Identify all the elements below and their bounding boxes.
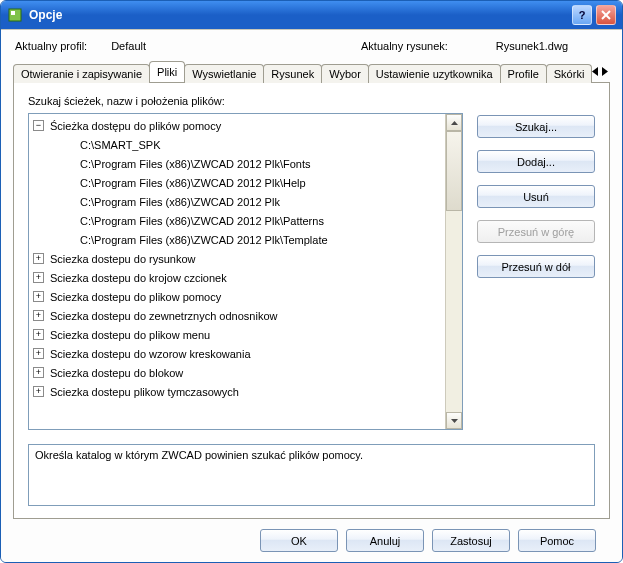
tree-node[interactable]: +Sciezka dostepu do zewnetrznych odnosni… [33,306,445,325]
titlebar-help-button[interactable]: ? [572,5,592,25]
tree-leaf[interactable]: C:\Program Files (x86)\ZWCAD 2012 Plk\Fo… [33,154,445,173]
expand-icon[interactable]: + [33,348,44,359]
scroll-up-button[interactable] [446,114,462,131]
dialog-footer: OK Anuluj Zastosuj Pomoc [13,519,610,552]
scroll-track[interactable] [446,131,462,412]
tree-node[interactable]: +Sciezka dostepu do plikow pomocy [33,287,445,306]
tab-selection[interactable]: Wybor [321,64,369,83]
tab-user-prefs[interactable]: Ustawienie uzytkownika [368,64,501,83]
tab-scroll-right[interactable] [601,65,610,78]
add-button[interactable]: Dodaj... [477,150,595,173]
svg-marker-4 [592,67,598,76]
tab-drawing[interactable]: Rysunek [263,64,322,83]
tree-node-label: Ścieżka dostępu do plików pomocy [50,120,221,132]
dialog-body: Aktualny profil: Default Aktualny rysune… [1,29,622,562]
svg-marker-5 [602,67,608,76]
tab-files[interactable]: Pliki [149,61,185,82]
svg-marker-7 [451,419,458,423]
remove-button[interactable]: Usuń [477,185,595,208]
current-drawing-value: Rysunek1.dwg [496,40,568,52]
expand-icon[interactable]: + [33,253,44,264]
collapse-icon[interactable]: − [33,120,44,131]
tree-node[interactable]: +Sciezka dostepu plikow tymczasowych [33,382,445,401]
tab-scroll-left[interactable] [591,65,600,78]
scroll-thumb[interactable] [446,131,462,211]
path-tree[interactable]: − Ścieżka dostępu do plików pomocy C:\SM… [28,113,463,430]
expand-icon[interactable]: + [33,367,44,378]
options-dialog: Opcje ? Aktualny profil: Default Aktualn… [0,0,623,563]
tree-node[interactable]: − Ścieżka dostępu do plików pomocy [33,116,445,135]
tab-profiles[interactable]: Profile [500,64,547,83]
tree-scrollbar[interactable] [445,114,462,429]
expand-icon[interactable]: + [33,329,44,340]
svg-marker-6 [451,121,458,125]
current-profile-label: Aktualny profil: [15,40,87,52]
expand-icon[interactable]: + [33,272,44,283]
tab-open-save[interactable]: Otwieranie i zapisywanie [13,64,150,83]
expand-icon[interactable]: + [33,291,44,302]
description-box: Określa katalog w którym ZWCAD powinien … [28,444,595,506]
titlebar-close-button[interactable] [596,5,616,25]
tree-leaf[interactable]: C:\Program Files (x86)\ZWCAD 2012 Plk\Te… [33,230,445,249]
tree-node[interactable]: +Sciezka dostepu do wzorow kreskowania [33,344,445,363]
svg-rect-1 [11,11,15,15]
expand-icon[interactable]: + [33,310,44,321]
tab-display[interactable]: Wyswietlanie [184,64,264,83]
profile-row: Aktualny profil: Default Aktualny rysune… [13,36,610,60]
tabstrip: Otwieranie i zapisywanie Pliki Wyswietla… [13,60,610,82]
page-heading: Szukaj ścieżek, nazw i położenia plików: [28,95,595,107]
current-drawing-label: Aktualny rysunek: [361,40,448,52]
window-title: Opcje [29,8,568,22]
tree-leaf[interactable]: C:\Program Files (x86)\ZWCAD 2012 Plk [33,192,445,211]
description-text: Określa katalog w którym ZWCAD powinien … [35,449,363,461]
current-profile-value: Default [111,40,146,52]
tree-leaf[interactable]: C:\Program Files (x86)\ZWCAD 2012 Plk\Pa… [33,211,445,230]
move-up-button: Przesuń w górę [477,220,595,243]
search-button[interactable]: Szukaj... [477,115,595,138]
tree-leaf[interactable]: C:\SMART_SPK [33,135,445,154]
move-down-button[interactable]: Przesuń w dół [477,255,595,278]
scroll-down-button[interactable] [446,412,462,429]
tree-node[interactable]: +Sciezka dostepu do krojow czcionek [33,268,445,287]
ok-button[interactable]: OK [260,529,338,552]
tree-leaf[interactable]: C:\Program Files (x86)\ZWCAD 2012 Plk\He… [33,173,445,192]
app-icon [7,7,23,23]
tab-page-files: Szukaj ścieżek, nazw i położenia plików:… [13,82,610,519]
help-button[interactable]: Pomoc [518,529,596,552]
cancel-button[interactable]: Anuluj [346,529,424,552]
tree-node[interactable]: +Sciezka dostepu do blokow [33,363,445,382]
tab-skins[interactable]: Skórki [546,64,593,83]
tree-node[interactable]: +Sciezka dostepu do rysunkow [33,249,445,268]
tree-node[interactable]: +Sciezka dostepu do plikow menu [33,325,445,344]
expand-icon[interactable]: + [33,386,44,397]
apply-button[interactable]: Zastosuj [432,529,510,552]
titlebar[interactable]: Opcje ? [1,1,622,29]
path-action-buttons: Szukaj... Dodaj... Usuń Przesuń w górę P… [477,113,595,430]
